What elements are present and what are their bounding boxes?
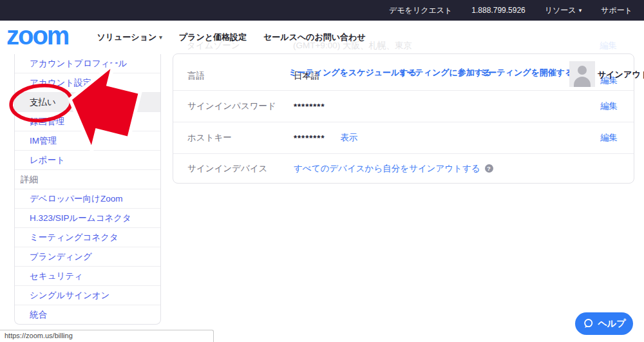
sidebar-item-zoom-for-developers[interactable]: デベロッパー向けZoom [15,189,160,209]
nav-item-solutions[interactable]: ソリューション▾ [97,32,162,43]
sidebar-item-im-management[interactable]: IM管理 [15,131,160,151]
sidebar-item-reports[interactable]: レポート [15,151,160,170]
host-key-value: ******** [294,133,325,143]
sidebar-item-recording-management[interactable]: 録画管理 [15,112,160,131]
nav-item-contact-sales[interactable]: セールスへのお問い合わせ [263,32,366,43]
host-meeting-menu[interactable]: ミーティングを開催する▾ [480,67,579,79]
resources-menu[interactable]: リソース▾ [545,5,582,16]
support-link[interactable]: サポート [601,5,632,16]
signin-password-row: サインインパスワード ******** 編集 [173,91,634,122]
signout-link[interactable]: サインアウト [598,69,644,81]
signin-devices-row: サインインデバイス すべてのデバイスから自分をサインアウトする ? [173,154,634,183]
sidebar-section-advanced: 詳細 [15,170,160,189]
signout-all-devices-link[interactable]: すべてのデバイスから自分をサインアウトする [294,163,480,175]
host-key-edit-link[interactable]: 編集 [600,132,618,144]
join-meeting-link[interactable]: ミーティングに参加する [398,67,491,79]
chevron-down-icon: ▾ [579,7,582,14]
sidebar-item-h323-sip-room-connector[interactable]: H.323/SIPルームコネクタ [15,209,160,228]
sidebar-item-integration[interactable]: 統合 [15,305,160,325]
avatar[interactable] [569,61,595,87]
sidebar-item-branding[interactable]: ブランディング [15,247,160,267]
host-key-show-link[interactable]: 表示 [340,132,357,144]
signin-password-label: サインインパスワード [187,100,294,112]
sidebar-item-single-sign-on[interactable]: シングルサインオン [15,286,160,305]
status-url-bubble: https://zoom.us/billing [0,330,214,342]
utility-topbar: デモをリクエスト 1.888.799.5926 リソース▾ サポート [0,0,644,21]
help-button-label: ヘルプ [598,318,626,330]
host-key-label: ホストキー [187,132,294,144]
chevron-down-icon: ▾ [159,34,162,41]
nav-item-plans-pricing[interactable]: プランと価格設定 [179,32,247,43]
settings-sidebar: アカウントプロフィール アカウント設定 支払い 録画管理 IM管理 レポート 詳… [14,54,161,325]
main-navbar: zoom ソリューション▾ プランと価格設定 セールスへのお問い合わせ [0,21,644,54]
signin-password-edit-link[interactable]: 編集 [600,100,618,112]
language-label: 言語 [187,70,294,82]
request-demo-link[interactable]: デモをリクエスト [389,5,452,16]
avatar-person-icon [574,77,591,87]
zoom-logo[interactable]: zoom [6,19,68,52]
sidebar-item-account-profile[interactable]: アカウントプロフィール [15,54,160,73]
sidebar-item-billing[interactable]: 支払い [15,93,160,112]
nav-menu: ソリューション▾ プランと価格設定 セールスへのお問い合わせ [97,32,365,43]
help-question-icon[interactable]: ? [485,164,493,173]
avatar-person-icon [578,66,587,75]
host-key-row: ホストキー ******** 表示 編集 [173,122,634,154]
sidebar-item-security[interactable]: セキュリティ [15,267,160,286]
chat-bubble-icon [583,318,594,329]
signin-password-value: ******** [294,102,325,111]
signin-devices-label: サインインデバイス [187,163,294,175]
help-button[interactable]: ヘルプ [575,312,633,335]
zoom-account-settings-page: デモをリクエスト 1.888.799.5926 リソース▾ サポート zoom … [0,0,644,342]
sidebar-item-meeting-connector[interactable]: ミーティングコネクタ [15,228,160,247]
phone-number-link[interactable]: 1.888.799.5926 [471,6,525,15]
sidebar-item-account-settings[interactable]: アカウント設定 [15,73,160,93]
